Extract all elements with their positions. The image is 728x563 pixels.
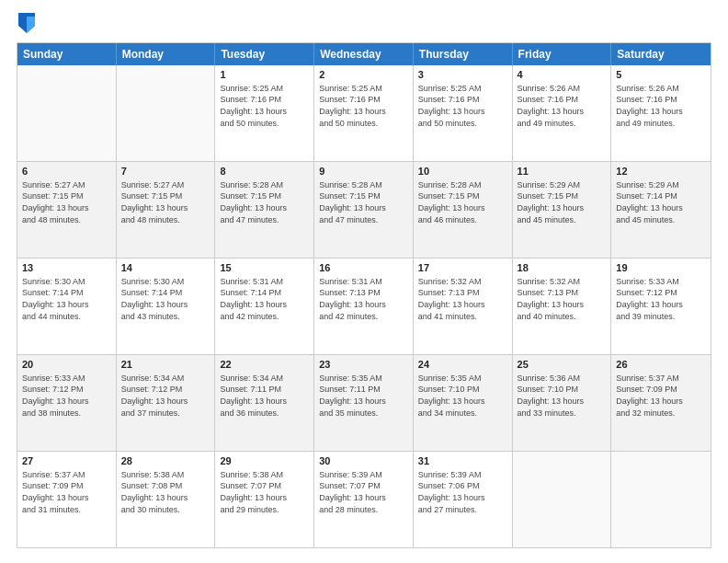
calendar-row: 13Sunrise: 5:30 AM Sunset: 7:14 PM Dayli… (17, 258, 711, 354)
day-info: Sunrise: 5:27 AM Sunset: 7:15 PM Dayligh… (121, 179, 210, 225)
calendar-cell: 2Sunrise: 5:25 AM Sunset: 7:16 PM Daylig… (314, 65, 414, 161)
day-info: Sunrise: 5:37 AM Sunset: 7:09 PM Dayligh… (616, 373, 706, 419)
calendar-cell: 18Sunrise: 5:32 AM Sunset: 7:13 PM Dayli… (513, 259, 612, 354)
calendar-row: 20Sunrise: 5:33 AM Sunset: 7:12 PM Dayli… (17, 354, 711, 451)
svg-marker-1 (27, 17, 35, 33)
day-info: Sunrise: 5:35 AM Sunset: 7:11 PM Dayligh… (319, 373, 408, 419)
calendar-header-cell: Thursday (414, 43, 513, 65)
day-number: 30 (319, 454, 408, 468)
day-info: Sunrise: 5:27 AM Sunset: 7:15 PM Dayligh… (22, 179, 111, 225)
day-info: Sunrise: 5:31 AM Sunset: 7:14 PM Dayligh… (220, 276, 309, 322)
calendar-header-cell: Saturday (611, 43, 711, 65)
calendar-cell: 20Sunrise: 5:33 AM Sunset: 7:12 PM Dayli… (17, 355, 117, 451)
day-number: 21 (121, 358, 210, 372)
calendar-body: 1Sunrise: 5:25 AM Sunset: 7:16 PM Daylig… (17, 65, 711, 547)
day-info: Sunrise: 5:31 AM Sunset: 7:13 PM Dayligh… (319, 276, 408, 322)
day-info: Sunrise: 5:38 AM Sunset: 7:07 PM Dayligh… (220, 469, 309, 515)
day-number: 20 (22, 358, 111, 372)
calendar-cell: 1Sunrise: 5:25 AM Sunset: 7:16 PM Daylig… (215, 65, 314, 161)
calendar-cell: 27Sunrise: 5:37 AM Sunset: 7:09 PM Dayli… (17, 452, 117, 547)
calendar-cell: 6Sunrise: 5:27 AM Sunset: 7:15 PM Daylig… (17, 162, 117, 258)
calendar-cell: 21Sunrise: 5:34 AM Sunset: 7:12 PM Dayli… (117, 355, 216, 451)
calendar-row: 6Sunrise: 5:27 AM Sunset: 7:15 PM Daylig… (17, 161, 711, 258)
calendar-cell: 28Sunrise: 5:38 AM Sunset: 7:08 PM Dayli… (117, 452, 216, 547)
day-number: 27 (22, 454, 111, 468)
day-info: Sunrise: 5:33 AM Sunset: 7:12 PM Dayligh… (616, 276, 706, 322)
day-number: 6 (22, 165, 111, 178)
day-number: 5 (616, 68, 706, 82)
day-number: 24 (418, 358, 507, 372)
calendar-cell: 26Sunrise: 5:37 AM Sunset: 7:09 PM Dayli… (611, 355, 711, 451)
calendar-cell: 29Sunrise: 5:38 AM Sunset: 7:07 PM Dayli… (215, 452, 314, 547)
day-number: 18 (518, 261, 607, 275)
day-info: Sunrise: 5:33 AM Sunset: 7:12 PM Dayligh… (22, 373, 111, 419)
day-info: Sunrise: 5:34 AM Sunset: 7:11 PM Dayligh… (220, 373, 309, 419)
day-number: 11 (518, 165, 607, 178)
day-number: 3 (418, 68, 507, 82)
day-number: 7 (121, 165, 210, 178)
day-number: 19 (616, 261, 706, 275)
day-number: 31 (418, 454, 507, 468)
day-info: Sunrise: 5:32 AM Sunset: 7:13 PM Dayligh… (518, 276, 607, 322)
day-info: Sunrise: 5:39 AM Sunset: 7:06 PM Dayligh… (418, 469, 507, 515)
calendar-cell: 22Sunrise: 5:34 AM Sunset: 7:11 PM Dayli… (215, 355, 314, 451)
day-info: Sunrise: 5:32 AM Sunset: 7:13 PM Dayligh… (418, 276, 507, 322)
day-number: 17 (418, 261, 507, 275)
calendar-cell: 13Sunrise: 5:30 AM Sunset: 7:14 PM Dayli… (17, 259, 117, 354)
calendar-cell: 19Sunrise: 5:33 AM Sunset: 7:12 PM Dayli… (611, 259, 711, 354)
day-number: 26 (616, 358, 706, 372)
calendar-cell: 14Sunrise: 5:30 AM Sunset: 7:14 PM Dayli… (117, 259, 216, 354)
calendar-cell: 16Sunrise: 5:31 AM Sunset: 7:13 PM Dayli… (314, 259, 414, 354)
day-number: 14 (121, 261, 210, 275)
calendar-header-cell: Monday (117, 43, 216, 65)
day-info: Sunrise: 5:25 AM Sunset: 7:16 PM Dayligh… (319, 83, 408, 129)
day-number: 1 (220, 68, 309, 82)
day-info: Sunrise: 5:25 AM Sunset: 7:16 PM Dayligh… (418, 83, 507, 129)
calendar-cell: 3Sunrise: 5:25 AM Sunset: 7:16 PM Daylig… (414, 65, 513, 161)
calendar-cell: 11Sunrise: 5:29 AM Sunset: 7:15 PM Dayli… (513, 162, 612, 258)
day-info: Sunrise: 5:35 AM Sunset: 7:10 PM Dayligh… (418, 373, 507, 419)
logo (17, 15, 35, 33)
calendar-header: SundayMondayTuesdayWednesdayThursdayFrid… (17, 43, 711, 65)
calendar-row: 27Sunrise: 5:37 AM Sunset: 7:09 PM Dayli… (17, 451, 711, 547)
day-info: Sunrise: 5:30 AM Sunset: 7:14 PM Dayligh… (22, 276, 111, 322)
day-number: 8 (220, 165, 309, 178)
calendar-cell (117, 65, 216, 161)
day-info: Sunrise: 5:25 AM Sunset: 7:16 PM Dayligh… (220, 83, 309, 129)
day-info: Sunrise: 5:28 AM Sunset: 7:15 PM Dayligh… (220, 179, 309, 225)
day-info: Sunrise: 5:28 AM Sunset: 7:15 PM Dayligh… (319, 179, 408, 225)
day-number: 25 (518, 358, 607, 372)
calendar-row: 1Sunrise: 5:25 AM Sunset: 7:16 PM Daylig… (17, 65, 711, 161)
day-info: Sunrise: 5:36 AM Sunset: 7:10 PM Dayligh… (518, 373, 607, 419)
day-number: 10 (418, 165, 507, 178)
calendar-cell: 7Sunrise: 5:27 AM Sunset: 7:15 PM Daylig… (117, 162, 216, 258)
day-number: 23 (319, 358, 408, 372)
calendar-cell: 23Sunrise: 5:35 AM Sunset: 7:11 PM Dayli… (314, 355, 414, 451)
day-info: Sunrise: 5:29 AM Sunset: 7:14 PM Dayligh… (616, 179, 706, 225)
day-number: 4 (518, 68, 607, 82)
day-info: Sunrise: 5:26 AM Sunset: 7:16 PM Dayligh… (518, 83, 607, 129)
day-info: Sunrise: 5:29 AM Sunset: 7:15 PM Dayligh… (518, 179, 607, 225)
calendar-header-cell: Friday (513, 43, 612, 65)
day-number: 29 (220, 454, 309, 468)
calendar: SundayMondayTuesdayWednesdayThursdayFrid… (17, 42, 711, 548)
day-info: Sunrise: 5:38 AM Sunset: 7:08 PM Dayligh… (121, 469, 210, 515)
day-number: 22 (220, 358, 309, 372)
calendar-cell: 10Sunrise: 5:28 AM Sunset: 7:15 PM Dayli… (414, 162, 513, 258)
day-info: Sunrise: 5:39 AM Sunset: 7:07 PM Dayligh… (319, 469, 408, 515)
day-info: Sunrise: 5:28 AM Sunset: 7:15 PM Dayligh… (418, 179, 507, 225)
calendar-cell: 17Sunrise: 5:32 AM Sunset: 7:13 PM Dayli… (414, 259, 513, 354)
calendar-cell: 30Sunrise: 5:39 AM Sunset: 7:07 PM Dayli… (314, 452, 414, 547)
day-number: 12 (616, 165, 706, 178)
day-number: 16 (319, 261, 408, 275)
calendar-cell (513, 452, 612, 547)
day-info: Sunrise: 5:30 AM Sunset: 7:14 PM Dayligh… (121, 276, 210, 322)
header (17, 15, 711, 33)
calendar-cell (611, 452, 711, 547)
calendar-header-cell: Sunday (17, 43, 117, 65)
day-info: Sunrise: 5:26 AM Sunset: 7:16 PM Dayligh… (616, 83, 706, 129)
logo-icon (18, 13, 35, 33)
page: SundayMondayTuesdayWednesdayThursdayFrid… (0, 0, 728, 563)
calendar-header-cell: Tuesday (215, 43, 314, 65)
calendar-cell: 12Sunrise: 5:29 AM Sunset: 7:14 PM Dayli… (611, 162, 711, 258)
